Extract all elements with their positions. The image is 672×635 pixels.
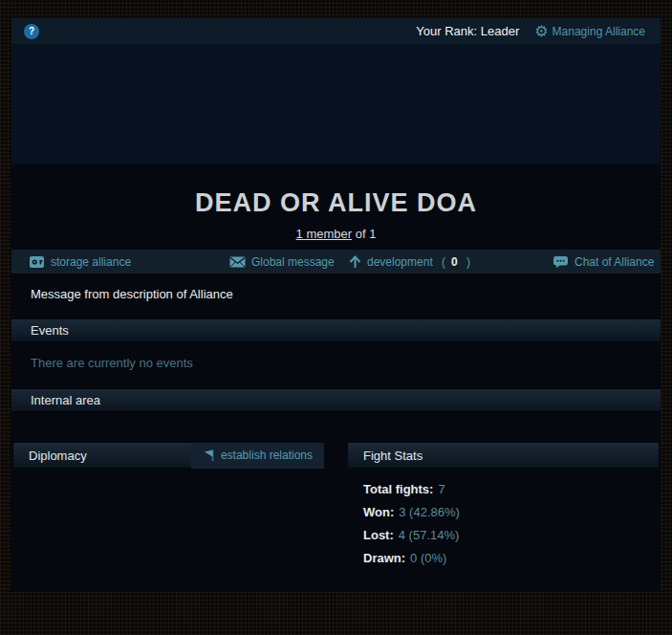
diplomacy-header-label: Diplomacy [13,449,87,463]
stat-row-lost: Lost:4 (57.14%) [363,528,659,543]
establish-relations-button[interactable]: establish relations [191,443,324,469]
help-button[interactable]: ? [24,24,39,39]
storage-alliance-label: storage alliance [51,255,131,269]
events-empty-text: There are currently no events [31,356,641,371]
diplomacy-header-bar: Diplomacy establish relations [13,443,324,469]
member-line: 1 member of 1 [11,227,661,242]
main-content: Message from description of Alliance Eve… [11,274,661,592]
stat-value: 4 (57.14%) [399,528,460,542]
envelope-icon [229,256,246,268]
stat-label: Won: [363,505,394,519]
managing-alliance-label: Managing Alliance [553,25,645,38]
development-label: development [367,255,433,269]
rank-text: Your Rank: Leader [416,24,519,38]
stat-row-won: Won:3 (42.86%) [363,505,659,520]
global-message-label: Global message [251,255,335,269]
fight-stats-header-bar: Fight Stats [348,443,659,469]
chat-of-alliance-button[interactable]: Chat of Alliance [553,250,654,274]
development-count: 0 [451,255,458,269]
alliance-panel: ? Your Rank: Leader ⚙ Managing Alliance … [11,18,661,592]
top-bar-right: Your Rank: Leader ⚙ Managing Alliance [416,24,651,39]
chat-bubble-icon [553,255,569,269]
storage-alliance-button[interactable]: storage alliance [29,250,131,274]
managing-alliance-link[interactable]: ⚙ Managing Alliance [534,24,645,39]
alliance-banner [11,44,661,164]
stat-value: 7 [438,482,444,496]
members-link[interactable]: 1 member [296,227,353,241]
development-count-suffix: ) [464,255,470,269]
gear-icon: ⚙ [534,24,548,39]
title-section: DEAD OR ALIVE DOA 1 member of 1 [11,164,661,250]
bottom-columns: Diplomacy establish relations Fight Stat… [11,443,661,574]
events-header: Events [11,319,661,342]
alliance-description: Message from description of Alliance [11,274,661,313]
development-button[interactable]: development (0 ) [349,250,470,274]
members-suffix: of 1 [352,227,376,241]
stat-label: Lost: [363,528,394,542]
up-arrow-icon [349,255,361,269]
stat-row-total-fights: Total fights:7 [363,482,659,497]
alliance-toolbar: storage alliance Global message developm… [11,250,661,274]
chat-of-alliance-label: Chat of Alliance [574,255,654,269]
fight-stats-section: Fight Stats Total fights:7 Won:3 (42.86%… [348,443,659,574]
stat-value: 3 (42.86%) [399,505,460,519]
top-bar: ? Your Rank: Leader ⚙ Managing Alliance [11,18,661,44]
stat-value: 0 (0%) [410,551,446,565]
stat-row-drawn: Drawn:0 (0%) [363,551,659,566]
fight-stats-header-label: Fight Stats [348,449,423,463]
fight-stats-list: Total fights:7 Won:3 (42.86%) Lost:4 (57… [348,469,659,566]
diplomacy-section: Diplomacy establish relations [13,443,324,574]
global-message-button[interactable]: Global message [229,250,335,274]
alliance-title: DEAD OR ALIVE DOA [11,188,661,217]
flag-icon [203,449,215,462]
safe-icon [29,255,45,269]
stat-label: Drawn: [363,551,405,565]
stat-label: Total fights: [363,482,433,496]
establish-relations-label: establish relations [221,449,313,462]
development-count-prefix: ( [439,255,445,269]
internal-area-header: Internal area [11,389,661,412]
